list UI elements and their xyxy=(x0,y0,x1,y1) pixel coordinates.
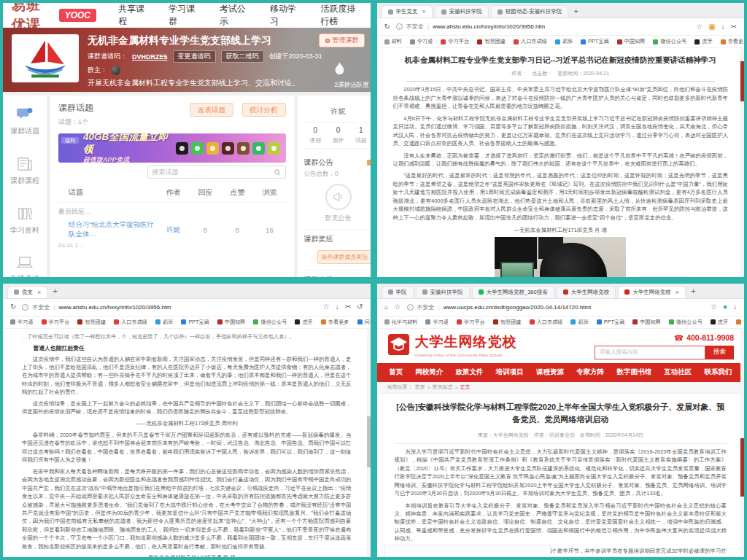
sidebar-item-materials[interactable]: 学习资料 xyxy=(10,206,39,236)
scrollbar[interactable] xyxy=(740,48,744,277)
yooc-nav-item[interactable]: 移动学习 xyxy=(270,3,297,28)
yooc-nav-item[interactable]: 考试公示 xyxy=(220,3,247,28)
bookmark-item[interactable]: 入口查成绩 xyxy=(514,38,547,45)
address-bar[interactable]: i 不安全 | www.uucps.edu.cn/dxdt/gonggao/20… xyxy=(407,303,705,311)
breadcrumb-home[interactable]: 首页 xyxy=(415,384,425,391)
site-nav-item[interactable]: 培训项目 xyxy=(496,368,524,377)
manage-course-button[interactable]: 管理课群 xyxy=(319,34,365,47)
change-code-button[interactable]: 变更邀请码 xyxy=(173,50,216,63)
browser-tab[interactable]: 学院 × xyxy=(382,286,414,298)
bookmark-item[interactable]: 学习平台 xyxy=(457,319,485,326)
site-logo[interactable]: 大学生网络党校 University Union of the Communis… xyxy=(387,332,517,357)
get-qr-button[interactable]: 获取二维码 xyxy=(221,50,264,63)
tab-close-icon[interactable]: × xyxy=(37,289,41,296)
bookmark-item[interactable]: 易班 xyxy=(555,38,573,45)
bookmark-star-icon[interactable]: ☆ xyxy=(323,303,330,311)
site-nav-item[interactable]: 互动社区 xyxy=(664,368,692,377)
browser-tab[interactable]: 学生党支 × xyxy=(382,5,433,18)
bookmark-item[interactable]: 学习平台 xyxy=(42,319,70,326)
bookmark-item[interactable]: 查看更多 xyxy=(721,38,744,45)
bookmark-item[interactable]: 虎牙 xyxy=(694,38,712,45)
site-nav-item[interactable]: 专家方阵 xyxy=(576,368,604,377)
yooc-nav-item[interactable]: 共享课程 xyxy=(118,3,145,28)
bookmark-item[interactable]: PPT宝藏 xyxy=(581,38,608,45)
download-icon[interactable]: ↓ xyxy=(721,23,725,31)
site-search-input[interactable]: 请输入搜索内容 xyxy=(595,346,705,359)
download-icon[interactable]: ↓ xyxy=(336,303,339,311)
download-icon[interactable]: ↓ xyxy=(733,303,737,311)
bookmark-item[interactable]: 问卷网 xyxy=(357,319,371,326)
browser-tab[interactable]: 大学生网络党校 × xyxy=(618,286,686,298)
address-bar[interactable]: i 不安全 | www.ahstu.edu.cn/hxxy/info/1020/… xyxy=(22,303,317,311)
topic-row[interactable]: 结合习“给北京大学援鄂医疗队全体… 许妮 0 0 16 xyxy=(58,220,286,239)
yooc-nav-item[interactable]: 活跃度排行榜 xyxy=(320,3,361,28)
edit-notice-icon[interactable] xyxy=(367,160,371,166)
site-nav-item[interactable]: 政策文件 xyxy=(456,368,484,377)
new-tab-button[interactable]: + xyxy=(50,286,61,297)
site-nav-item[interactable]: 首页 xyxy=(389,368,403,377)
star-icon[interactable]: ☆ xyxy=(395,303,401,311)
scrollbar[interactable] xyxy=(367,329,371,558)
sidebar-item-topics[interactable]: 课群话题 xyxy=(10,107,39,136)
site-search-button[interactable]: 搜索 xyxy=(705,346,734,359)
sidebar-item-exam[interactable]: 在线考试 xyxy=(10,256,39,277)
refresh-icon[interactable]: ↻ xyxy=(384,23,390,31)
new-tab-button[interactable]: + xyxy=(570,5,581,16)
scrollbar[interactable] xyxy=(740,329,744,558)
post-topic-button[interactable]: 发表话题 xyxy=(190,103,233,117)
bookmark-item[interactable]: 虎牙 xyxy=(711,319,728,326)
info-icon[interactable]: i xyxy=(407,304,414,311)
bookmark-item[interactable]: 材料 xyxy=(384,38,402,45)
browser-tab[interactable]: 校园动态-安徽科技学院 × xyxy=(491,5,569,18)
address-bar[interactable]: i 不安全 | www.ahstu.edu.cn/hxxy/info/1020/… xyxy=(396,23,690,31)
ad-banner[interactable]: 福利 40GB全国流量立即领 超值版APP免流 xyxy=(58,133,286,163)
bookmark-item[interactable]: 智慧团建 xyxy=(77,319,106,326)
bookmark-item[interactable]: 查看更多 xyxy=(736,319,744,326)
bookmark-item[interactable]: 查看更多 xyxy=(321,319,349,326)
yooc-nav-item[interactable]: 学习课群 xyxy=(169,3,196,28)
browser-tab[interactable]: 党支 × xyxy=(7,286,47,298)
history-icon[interactable]: ↺ xyxy=(357,303,363,311)
bookmark-star-icon[interactable]: ☆ xyxy=(711,303,717,311)
bookmark-item[interactable]: 中国知网 xyxy=(217,319,246,326)
tab-close-icon[interactable]: × xyxy=(422,8,426,15)
home-icon[interactable]: ⌂ xyxy=(384,303,389,311)
browser-tab[interactable]: 大学生网络党校 × xyxy=(557,286,616,298)
info-icon[interactable]: i xyxy=(22,304,28,311)
sidebar-item-courses[interactable]: 课群课程 xyxy=(10,157,39,186)
owner-avatar[interactable] xyxy=(111,66,120,75)
scissors-icon[interactable]: ✂ xyxy=(345,303,351,311)
bookmark-item[interactable]: 学习通 xyxy=(410,38,433,45)
site-nav-item[interactable]: 联系我们 xyxy=(704,368,732,377)
refresh-icon[interactable]: ↻ xyxy=(10,303,16,311)
site-nav-item[interactable]: 数字图书馆 xyxy=(616,368,651,377)
tab-close-icon[interactable]: × xyxy=(676,289,679,296)
extension-icon[interactable]: ▣ xyxy=(708,23,715,31)
bookmark-item[interactable]: 入口查成绩 xyxy=(114,319,147,326)
bookmark-item[interactable]: 易班 xyxy=(155,319,173,326)
scissors-icon[interactable]: ✂ xyxy=(731,23,737,31)
bookmark-item[interactable]: 中国知网 xyxy=(617,38,646,45)
extension-icon[interactable]: ● xyxy=(723,303,727,311)
browser-tab[interactable]: 大学生网络党校_360搜索 × xyxy=(472,286,554,298)
bookmark-item[interactable]: 微信公众号 xyxy=(253,319,287,326)
topic-link[interactable]: 结合习“给北京大学援鄂医疗队全体… xyxy=(58,220,158,239)
bookmark-item[interactable]: 微信公众号 xyxy=(669,319,703,326)
topic-search-input[interactable]: 搜索话题 xyxy=(147,166,286,179)
site-nav-item[interactable]: 网校简介 xyxy=(415,368,443,377)
bookmark-item[interactable]: 学习通 xyxy=(425,319,449,326)
bookmark-item[interactable]: 智慧团建 xyxy=(477,38,506,45)
breadcrumb-section[interactable]: 资讯动态 xyxy=(433,384,453,391)
new-tab-button[interactable]: + xyxy=(688,286,699,297)
stats-button[interactable]: 统计分析 xyxy=(242,103,286,117)
manage-rewards-button[interactable]: 操作课群成员奖惩 xyxy=(317,250,371,264)
bookmark-item[interactable]: 智慧团建 xyxy=(493,319,522,326)
browser-tab[interactable]: 安徽科技学院 × xyxy=(435,5,489,18)
invite-code[interactable]: DVHDRZE5 xyxy=(132,53,168,61)
bookmark-item[interactable]: 化学与材料 xyxy=(384,319,418,326)
bookmark-item[interactable]: 学习平台 xyxy=(441,38,469,45)
bookmark-item[interactable]: 中国知网 xyxy=(632,319,661,326)
bookmark-star-icon[interactable]: ☆ xyxy=(696,23,703,31)
site-nav-item[interactable]: 课程资源 xyxy=(536,368,564,377)
topic-author[interactable]: 许妮 xyxy=(158,225,190,235)
